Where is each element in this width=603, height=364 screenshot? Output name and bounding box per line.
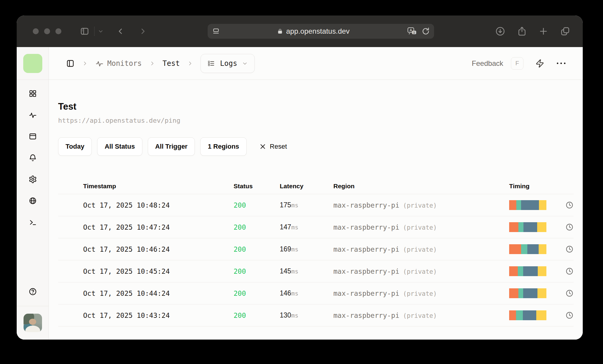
timing-segment-ttfb xyxy=(527,244,539,254)
row-latency-unit: ms xyxy=(291,202,298,209)
feedback-button[interactable]: Feedback xyxy=(472,59,503,68)
timing-segment-connect xyxy=(516,200,521,210)
row-latency-value: 145 xyxy=(280,267,291,275)
translate-icon[interactable]: A文 xyxy=(407,27,417,36)
sidebar-item-regions[interactable] xyxy=(29,197,37,205)
app-header: Monitors Test Logs xyxy=(49,47,583,80)
timing-segment-dns xyxy=(509,222,518,232)
list-icon xyxy=(207,60,215,67)
row-region: max-raspberry-pi xyxy=(333,223,400,231)
address-text[interactable]: app.openstatus.dev xyxy=(286,27,349,35)
tab-group-chevron-icon[interactable] xyxy=(98,28,104,34)
filter-trigger-button[interactable]: All Trigger xyxy=(148,137,195,156)
logs-table: Timestamp Status Latency Region Timing O… xyxy=(58,178,574,326)
sidebar-item-cli[interactable] xyxy=(29,218,37,226)
timing-bar xyxy=(509,266,546,276)
reload-icon[interactable] xyxy=(422,27,430,35)
view-selector-label: Logs xyxy=(220,59,237,68)
log-row[interactable]: Oct 17, 2025 10:45:24 200 145 ms max-ras… xyxy=(58,260,574,282)
chevron-down-icon xyxy=(242,60,248,66)
panel-toggle-icon[interactable] xyxy=(66,59,74,68)
more-options-button[interactable] xyxy=(557,63,565,64)
timing-segment-ttfb xyxy=(523,266,538,276)
tls-lock-icon xyxy=(277,28,283,35)
breadcrumb-monitors[interactable]: Monitors xyxy=(95,59,142,68)
reset-filters-button[interactable]: Reset xyxy=(259,143,287,150)
timing-segment-transfer xyxy=(538,266,546,276)
request-details-clock-icon[interactable] xyxy=(556,245,574,253)
share-icon[interactable] xyxy=(517,26,527,36)
row-latency-value: 175 xyxy=(280,201,291,209)
log-row[interactable]: Oct 17, 2025 10:46:24 200 169 ms max-ras… xyxy=(58,238,574,260)
col-timestamp[interactable]: Timestamp xyxy=(83,183,234,190)
row-region-note: (private) xyxy=(403,202,437,209)
row-timestamp: Oct 17, 2025 10:45:24 xyxy=(83,267,234,275)
feedback-shortcut-badge: F xyxy=(511,57,523,70)
row-latency-value: 147 xyxy=(280,223,291,231)
tab-overview-icon[interactable] xyxy=(560,26,570,36)
avatar[interactable] xyxy=(24,314,42,332)
col-timing[interactable]: Timing xyxy=(509,183,556,190)
help-button[interactable] xyxy=(29,277,37,306)
row-region-note: (private) xyxy=(403,246,437,253)
timing-bar xyxy=(509,244,546,254)
sidebar-item-settings[interactable] xyxy=(29,175,37,183)
filter-regions-button[interactable]: 1 Regions xyxy=(200,137,246,156)
breadcrumb-chevron-icon xyxy=(187,61,193,66)
request-details-clock-icon[interactable] xyxy=(556,311,574,319)
address-bar[interactable]: app.openstatus.dev A文 xyxy=(208,24,434,39)
logs-table-header: Timestamp Status Latency Region Timing xyxy=(58,178,574,194)
timing-segment-ttfb xyxy=(521,200,539,210)
browser-window: app.openstatus.dev A文 xyxy=(17,15,583,340)
timing-segment-dns xyxy=(509,310,516,320)
row-region-note: (private) xyxy=(403,312,437,319)
workspace-logo[interactable] xyxy=(23,54,42,73)
request-details-clock-icon[interactable] xyxy=(556,201,574,209)
log-row[interactable]: Oct 17, 2025 10:48:24 200 175 ms max-ras… xyxy=(58,194,574,216)
breadcrumb-chevron-icon xyxy=(150,61,155,66)
zoom-window-button[interactable] xyxy=(55,28,61,34)
log-row[interactable]: Oct 17, 2025 10:43:24 200 130 ms max-ras… xyxy=(58,304,574,326)
new-tab-icon[interactable] xyxy=(539,27,548,36)
request-details-clock-icon[interactable] xyxy=(556,289,574,297)
col-status[interactable]: Status xyxy=(234,183,280,190)
forward-icon[interactable] xyxy=(139,27,147,35)
row-status: 200 xyxy=(234,267,280,275)
page-format-icon[interactable] xyxy=(212,27,220,35)
filter-period-button[interactable]: Today xyxy=(58,137,92,156)
timing-segment-dns xyxy=(509,200,516,210)
timing-segment-dns xyxy=(509,266,518,276)
log-row[interactable]: Oct 17, 2025 10:47:24 200 147 ms max-ras… xyxy=(58,216,574,238)
timing-segment-transfer xyxy=(536,310,546,320)
sidebar-item-status-pages[interactable] xyxy=(29,132,37,141)
downloads-icon[interactable] xyxy=(495,26,505,36)
back-icon[interactable] xyxy=(117,27,125,35)
sidebar-item-notifications[interactable] xyxy=(29,154,37,162)
row-region-note: (private) xyxy=(403,224,437,231)
safari-sidebar-toggle-icon[interactable] xyxy=(80,27,89,36)
quick-actions-icon[interactable] xyxy=(535,59,544,68)
browser-toolbar: app.openstatus.dev A文 xyxy=(17,15,583,47)
close-window-button[interactable] xyxy=(33,28,39,34)
window-controls[interactable] xyxy=(33,28,61,34)
col-region[interactable]: Region xyxy=(333,183,509,190)
row-latency-value: 130 xyxy=(280,311,291,319)
breadcrumb-monitor-name[interactable]: Test xyxy=(163,59,180,68)
view-selector-button[interactable]: Logs xyxy=(201,54,255,73)
timing-segment-connect xyxy=(518,222,523,232)
request-details-clock-icon[interactable] xyxy=(556,223,574,231)
request-details-clock-icon[interactable] xyxy=(556,267,574,275)
user-menu[interactable] xyxy=(24,306,42,340)
row-timestamp: Oct 17, 2025 10:47:24 xyxy=(83,223,234,231)
workspace-logo-cell[interactable] xyxy=(17,47,49,80)
row-latency-unit: ms xyxy=(291,268,298,275)
filter-status-button[interactable]: All Status xyxy=(97,137,142,156)
minimize-window-button[interactable] xyxy=(44,28,50,34)
sidebar-item-monitors[interactable] xyxy=(29,111,37,119)
col-latency[interactable]: Latency xyxy=(280,183,333,190)
sidebar-item-dashboard[interactable] xyxy=(29,89,37,98)
logs-table-body: Oct 17, 2025 10:48:24 200 175 ms max-ras… xyxy=(58,194,574,326)
log-row[interactable]: Oct 17, 2025 10:44:24 200 146 ms max-ras… xyxy=(58,282,574,304)
timing-segment-transfer xyxy=(537,288,546,298)
timing-segment-ttfb xyxy=(523,222,537,232)
